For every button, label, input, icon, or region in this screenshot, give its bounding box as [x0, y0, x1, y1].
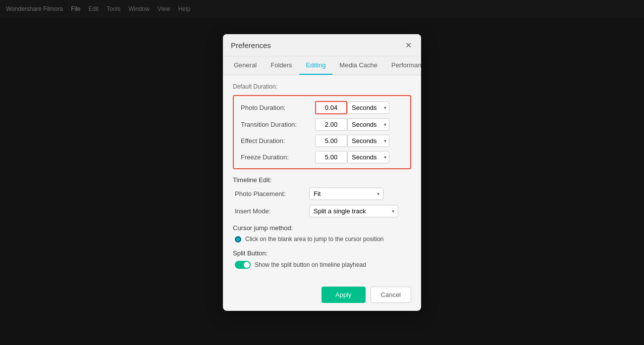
default-duration-box: Photo Duration: Seconds Frames Transitio…: [233, 95, 411, 169]
effect-duration-row: Effect Duration: Seconds Frames: [241, 135, 403, 147]
effect-duration-input[interactable]: [315, 135, 347, 147]
cursor-jump-radio[interactable]: [235, 236, 241, 243]
transition-duration-row: Transition Duration: Seconds Frames: [241, 118, 403, 131]
tab-media-cache[interactable]: Media Cache: [332, 56, 384, 75]
split-button-toggle[interactable]: [235, 261, 251, 269]
photo-duration-unit-wrapper: Seconds Frames: [347, 101, 389, 114]
modal-header: Preferences ✕: [223, 34, 421, 56]
effect-duration-unit-select[interactable]: Seconds Frames: [347, 135, 389, 147]
insert-mode-dropdown-wrapper: Split a single track Split all tracks: [309, 205, 398, 217]
modal-title: Preferences: [231, 41, 271, 49]
tab-general[interactable]: General: [227, 56, 264, 75]
photo-placement-label: Photo Placement:: [235, 190, 309, 197]
freeze-duration-label: Freeze Duration:: [241, 153, 315, 161]
photo-placement-dropdown-wrapper: Fit Crop Pan & Zoom: [309, 188, 383, 200]
photo-duration-input[interactable]: [315, 101, 347, 114]
transition-duration-input[interactable]: [315, 118, 347, 131]
photo-placement-select[interactable]: Fit Crop Pan & Zoom: [309, 188, 383, 200]
preferences-modal: Preferences ✕ General Folders Editing Me…: [223, 34, 421, 311]
cursor-jump-option-row: Click on the blank area to jump to the c…: [233, 236, 411, 243]
default-duration-section-title: Default Duration:: [233, 83, 411, 90]
transition-duration-label: Transition Duration:: [241, 121, 315, 128]
modal-overlay: Preferences ✕ General Folders Editing Me…: [0, 0, 644, 345]
cancel-button[interactable]: Cancel: [371, 287, 411, 303]
timeline-edit-label: Timeline Edit:: [233, 176, 411, 184]
freeze-duration-input[interactable]: [315, 151, 347, 163]
photo-duration-unit-select[interactable]: Seconds Frames: [347, 101, 389, 114]
split-button-section-label: Split Button:: [233, 249, 411, 257]
effect-duration-unit-wrapper: Seconds Frames: [347, 135, 389, 147]
tab-performance[interactable]: Performance: [384, 56, 421, 75]
freeze-duration-unit-select[interactable]: Seconds Frames: [347, 151, 389, 163]
photo-duration-label: Photo Duration:: [241, 104, 315, 111]
split-button-toggle-label: Show the split button on timeline playhe…: [255, 261, 366, 268]
effect-duration-label: Effect Duration:: [241, 137, 315, 145]
insert-mode-row: Insert Mode: Split a single track Split …: [233, 205, 411, 217]
transition-duration-unit-wrapper: Seconds Frames: [347, 118, 389, 131]
transition-duration-unit-select[interactable]: Seconds Frames: [347, 118, 389, 131]
photo-duration-row: Photo Duration: Seconds Frames: [241, 101, 403, 114]
apply-button[interactable]: Apply: [322, 287, 366, 303]
modal-footer: Apply Cancel: [223, 281, 421, 311]
split-button-toggle-row: Show the split button on timeline playhe…: [233, 261, 411, 269]
modal-body: Default Duration: Photo Duration: Second…: [223, 75, 421, 281]
freeze-duration-row: Freeze Duration: Seconds Frames: [241, 151, 403, 163]
cursor-jump-option-label: Click on the blank area to jump to the c…: [245, 236, 383, 243]
modal-close-button[interactable]: ✕: [403, 40, 413, 50]
tab-editing[interactable]: Editing: [299, 56, 333, 75]
freeze-duration-unit-wrapper: Seconds Frames: [347, 151, 389, 163]
insert-mode-select[interactable]: Split a single track Split all tracks: [309, 205, 398, 217]
tab-folders[interactable]: Folders: [264, 56, 299, 75]
insert-mode-label: Insert Mode:: [235, 207, 309, 215]
photo-placement-row: Photo Placement: Fit Crop Pan & Zoom: [233, 188, 411, 200]
tabs-container: General Folders Editing Media Cache Perf…: [223, 56, 421, 75]
cursor-jump-label: Cursor jump method:: [233, 224, 411, 232]
